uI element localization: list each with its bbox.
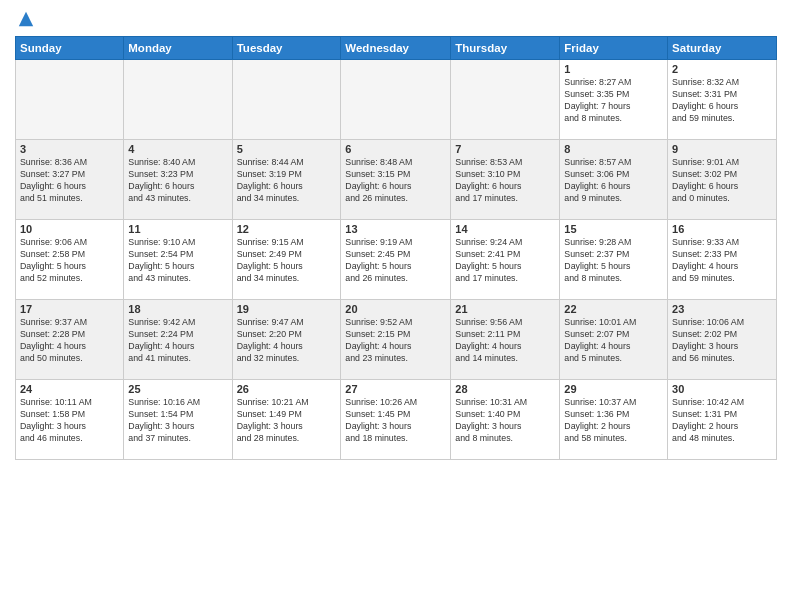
day-info: Sunrise: 10:21 AM Sunset: 1:49 PM Daylig…	[237, 397, 337, 445]
day-number: 4	[128, 143, 227, 155]
day-number: 14	[455, 223, 555, 235]
calendar-day-cell: 13Sunrise: 9:19 AM Sunset: 2:45 PM Dayli…	[341, 220, 451, 300]
weekday-header: Saturday	[668, 37, 777, 60]
day-info: Sunrise: 10:01 AM Sunset: 2:07 PM Daylig…	[564, 317, 663, 365]
day-info: Sunrise: 8:32 AM Sunset: 3:31 PM Dayligh…	[672, 77, 772, 125]
day-number: 5	[237, 143, 337, 155]
calendar-day-cell: 25Sunrise: 10:16 AM Sunset: 1:54 PM Dayl…	[124, 380, 232, 460]
day-number: 19	[237, 303, 337, 315]
calendar-day-cell: 6Sunrise: 8:48 AM Sunset: 3:15 PM Daylig…	[341, 140, 451, 220]
logo-icon	[17, 10, 35, 28]
day-info: Sunrise: 10:42 AM Sunset: 1:31 PM Daylig…	[672, 397, 772, 445]
calendar-week-row: 17Sunrise: 9:37 AM Sunset: 2:28 PM Dayli…	[16, 300, 777, 380]
calendar-day-cell	[232, 60, 341, 140]
day-info: Sunrise: 9:15 AM Sunset: 2:49 PM Dayligh…	[237, 237, 337, 285]
weekday-header: Sunday	[16, 37, 124, 60]
day-number: 12	[237, 223, 337, 235]
day-number: 24	[20, 383, 119, 395]
calendar-day-cell: 10Sunrise: 9:06 AM Sunset: 2:58 PM Dayli…	[16, 220, 124, 300]
day-info: Sunrise: 10:11 AM Sunset: 1:58 PM Daylig…	[20, 397, 119, 445]
day-number: 26	[237, 383, 337, 395]
day-number: 1	[564, 63, 663, 75]
day-number: 9	[672, 143, 772, 155]
calendar-day-cell	[341, 60, 451, 140]
calendar-day-cell: 7Sunrise: 8:53 AM Sunset: 3:10 PM Daylig…	[451, 140, 560, 220]
weekday-header: Wednesday	[341, 37, 451, 60]
day-number: 6	[345, 143, 446, 155]
day-number: 11	[128, 223, 227, 235]
day-number: 10	[20, 223, 119, 235]
weekday-header: Monday	[124, 37, 232, 60]
weekday-header: Friday	[560, 37, 668, 60]
day-info: Sunrise: 9:37 AM Sunset: 2:28 PM Dayligh…	[20, 317, 119, 365]
day-info: Sunrise: 9:28 AM Sunset: 2:37 PM Dayligh…	[564, 237, 663, 285]
calendar-day-cell: 24Sunrise: 10:11 AM Sunset: 1:58 PM Dayl…	[16, 380, 124, 460]
logo	[15, 10, 35, 28]
day-info: Sunrise: 10:26 AM Sunset: 1:45 PM Daylig…	[345, 397, 446, 445]
day-number: 15	[564, 223, 663, 235]
day-info: Sunrise: 9:56 AM Sunset: 2:11 PM Dayligh…	[455, 317, 555, 365]
weekday-header-row: SundayMondayTuesdayWednesdayThursdayFrid…	[16, 37, 777, 60]
calendar-day-cell: 26Sunrise: 10:21 AM Sunset: 1:49 PM Dayl…	[232, 380, 341, 460]
day-info: Sunrise: 10:37 AM Sunset: 1:36 PM Daylig…	[564, 397, 663, 445]
calendar-week-row: 3Sunrise: 8:36 AM Sunset: 3:27 PM Daylig…	[16, 140, 777, 220]
day-info: Sunrise: 9:47 AM Sunset: 2:20 PM Dayligh…	[237, 317, 337, 365]
calendar-day-cell: 2Sunrise: 8:32 AM Sunset: 3:31 PM Daylig…	[668, 60, 777, 140]
day-info: Sunrise: 8:44 AM Sunset: 3:19 PM Dayligh…	[237, 157, 337, 205]
calendar-day-cell: 8Sunrise: 8:57 AM Sunset: 3:06 PM Daylig…	[560, 140, 668, 220]
day-info: Sunrise: 8:36 AM Sunset: 3:27 PM Dayligh…	[20, 157, 119, 205]
day-info: Sunrise: 9:01 AM Sunset: 3:02 PM Dayligh…	[672, 157, 772, 205]
calendar-day-cell: 22Sunrise: 10:01 AM Sunset: 2:07 PM Dayl…	[560, 300, 668, 380]
calendar-day-cell: 3Sunrise: 8:36 AM Sunset: 3:27 PM Daylig…	[16, 140, 124, 220]
calendar-day-cell	[451, 60, 560, 140]
day-info: Sunrise: 10:16 AM Sunset: 1:54 PM Daylig…	[128, 397, 227, 445]
calendar-day-cell	[16, 60, 124, 140]
weekday-header: Tuesday	[232, 37, 341, 60]
day-info: Sunrise: 9:19 AM Sunset: 2:45 PM Dayligh…	[345, 237, 446, 285]
calendar-week-row: 24Sunrise: 10:11 AM Sunset: 1:58 PM Dayl…	[16, 380, 777, 460]
day-number: 18	[128, 303, 227, 315]
calendar-day-cell: 11Sunrise: 9:10 AM Sunset: 2:54 PM Dayli…	[124, 220, 232, 300]
day-number: 17	[20, 303, 119, 315]
day-number: 8	[564, 143, 663, 155]
calendar-day-cell: 15Sunrise: 9:28 AM Sunset: 2:37 PM Dayli…	[560, 220, 668, 300]
day-number: 21	[455, 303, 555, 315]
day-number: 23	[672, 303, 772, 315]
calendar-day-cell: 20Sunrise: 9:52 AM Sunset: 2:15 PM Dayli…	[341, 300, 451, 380]
calendar-day-cell: 5Sunrise: 8:44 AM Sunset: 3:19 PM Daylig…	[232, 140, 341, 220]
day-info: Sunrise: 9:10 AM Sunset: 2:54 PM Dayligh…	[128, 237, 227, 285]
day-info: Sunrise: 8:40 AM Sunset: 3:23 PM Dayligh…	[128, 157, 227, 205]
day-info: Sunrise: 9:52 AM Sunset: 2:15 PM Dayligh…	[345, 317, 446, 365]
day-info: Sunrise: 9:06 AM Sunset: 2:58 PM Dayligh…	[20, 237, 119, 285]
day-info: Sunrise: 8:57 AM Sunset: 3:06 PM Dayligh…	[564, 157, 663, 205]
calendar-day-cell: 14Sunrise: 9:24 AM Sunset: 2:41 PM Dayli…	[451, 220, 560, 300]
day-info: Sunrise: 10:06 AM Sunset: 2:02 PM Daylig…	[672, 317, 772, 365]
calendar-day-cell: 17Sunrise: 9:37 AM Sunset: 2:28 PM Dayli…	[16, 300, 124, 380]
calendar-day-cell: 28Sunrise: 10:31 AM Sunset: 1:40 PM Dayl…	[451, 380, 560, 460]
calendar-day-cell: 16Sunrise: 9:33 AM Sunset: 2:33 PM Dayli…	[668, 220, 777, 300]
calendar: SundayMondayTuesdayWednesdayThursdayFrid…	[15, 36, 777, 460]
day-info: Sunrise: 10:31 AM Sunset: 1:40 PM Daylig…	[455, 397, 555, 445]
day-number: 20	[345, 303, 446, 315]
calendar-week-row: 10Sunrise: 9:06 AM Sunset: 2:58 PM Dayli…	[16, 220, 777, 300]
calendar-day-cell: 1Sunrise: 8:27 AM Sunset: 3:35 PM Daylig…	[560, 60, 668, 140]
day-number: 30	[672, 383, 772, 395]
calendar-day-cell: 4Sunrise: 8:40 AM Sunset: 3:23 PM Daylig…	[124, 140, 232, 220]
weekday-header: Thursday	[451, 37, 560, 60]
day-info: Sunrise: 9:24 AM Sunset: 2:41 PM Dayligh…	[455, 237, 555, 285]
calendar-day-cell: 12Sunrise: 9:15 AM Sunset: 2:49 PM Dayli…	[232, 220, 341, 300]
calendar-day-cell: 29Sunrise: 10:37 AM Sunset: 1:36 PM Dayl…	[560, 380, 668, 460]
calendar-day-cell: 18Sunrise: 9:42 AM Sunset: 2:24 PM Dayli…	[124, 300, 232, 380]
day-number: 7	[455, 143, 555, 155]
day-number: 13	[345, 223, 446, 235]
day-number: 16	[672, 223, 772, 235]
page: SundayMondayTuesdayWednesdayThursdayFrid…	[0, 0, 792, 470]
calendar-day-cell: 9Sunrise: 9:01 AM Sunset: 3:02 PM Daylig…	[668, 140, 777, 220]
day-number: 3	[20, 143, 119, 155]
header	[15, 10, 777, 28]
day-number: 2	[672, 63, 772, 75]
day-info: Sunrise: 9:33 AM Sunset: 2:33 PM Dayligh…	[672, 237, 772, 285]
day-number: 29	[564, 383, 663, 395]
day-info: Sunrise: 8:53 AM Sunset: 3:10 PM Dayligh…	[455, 157, 555, 205]
day-info: Sunrise: 8:48 AM Sunset: 3:15 PM Dayligh…	[345, 157, 446, 205]
